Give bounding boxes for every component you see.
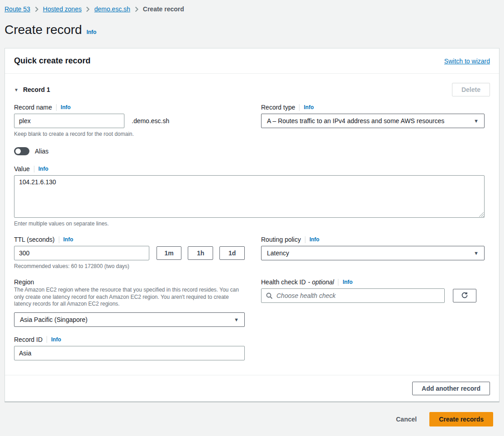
search-icon: [266, 292, 273, 299]
label-divider: [34, 166, 34, 172]
refresh-health-checks-button[interactable]: [453, 289, 476, 302]
caret-down-icon: ▼: [14, 87, 19, 92]
record-name-input[interactable]: [14, 114, 124, 128]
routing-policy-info-link[interactable]: Info: [309, 236, 319, 243]
cancel-button[interactable]: Cancel: [391, 413, 421, 426]
region-label: Region: [14, 278, 34, 286]
record-name-suffix: .demo.esc.sh: [132, 117, 169, 125]
card-footer: Add another record: [5, 375, 499, 402]
label-divider: [305, 236, 305, 243]
ttl-1d-button[interactable]: 1d: [219, 246, 245, 260]
routing-policy-select[interactable]: Latency ▼: [261, 246, 485, 260]
record-1-expander[interactable]: ▼ Record 1: [14, 86, 50, 93]
ttl-label: TTL (seconds): [14, 236, 55, 243]
label-divider: [47, 336, 47, 343]
record-type-label: Record type: [261, 104, 295, 111]
record-type-field: Record type Info A – Routes traffic to a…: [261, 104, 485, 137]
row-region-healthcheck: Region The Amazon EC2 region where the r…: [14, 278, 490, 336]
page: Route 53 Hosted zones demo.esc.sh Create…: [0, 0, 504, 426]
record-type-label-row: Record type Info: [261, 104, 485, 111]
caret-down-icon: ▼: [234, 317, 239, 322]
ttl-input[interactable]: [14, 246, 149, 260]
quick-create-record-card: Quick create record Switch to wizard ▼ R…: [5, 48, 499, 402]
refresh-icon: [461, 292, 468, 300]
card-body: ▼ Record 1 Delete Record name Info .demo…: [5, 74, 499, 375]
ttl-field: TTL (seconds) Info 1m 1h 1d Recommended …: [14, 236, 245, 269]
page-header: Create record Info: [5, 23, 499, 37]
caret-down-icon: ▼: [474, 250, 479, 256]
alias-label: Alias: [35, 148, 48, 155]
breadcrumb-route53[interactable]: Route 53: [5, 5, 30, 13]
health-check-optional: - optional: [308, 278, 334, 286]
label-divider: [338, 279, 338, 286]
ttl-1m-button[interactable]: 1m: [157, 246, 182, 260]
ttl-input-row: 1m 1h 1d: [14, 246, 245, 260]
record-header: ▼ Record 1 Delete: [14, 83, 490, 96]
breadcrumb-hosted-zone-name[interactable]: demo.esc.sh: [94, 5, 130, 13]
page-title-info-link[interactable]: Info: [86, 29, 96, 35]
record-id-info-link[interactable]: Info: [51, 336, 61, 343]
record-name-label-row: Record name Info: [14, 104, 245, 111]
routing-policy-field: Routing policy Info Latency ▼: [261, 236, 485, 269]
routing-policy-selected-value: Latency: [267, 249, 289, 257]
record-name-input-row: .demo.esc.sh: [14, 114, 245, 128]
health-check-label: Health check ID: [261, 278, 306, 286]
health-check-input-row: [261, 288, 485, 303]
delete-record-button[interactable]: Delete: [452, 83, 490, 96]
chevron-right-icon: [35, 6, 38, 12]
label-divider: [56, 104, 57, 111]
switch-to-wizard-link[interactable]: Switch to wizard: [444, 57, 490, 65]
region-description: The Amazon EC2 region where the resource…: [14, 287, 245, 308]
record-name-helper: Keep blank to create a record for the ro…: [14, 131, 245, 137]
record-name-field: Record name Info .demo.esc.sh Keep blank…: [14, 104, 245, 137]
card-header: Quick create record Switch to wizard: [5, 48, 499, 74]
routing-policy-label-row: Routing policy Info: [261, 236, 485, 243]
card-title: Quick create record: [14, 56, 90, 66]
record-name-label: Record name: [14, 104, 52, 111]
health-check-input[interactable]: [276, 289, 440, 302]
record-type-info-link[interactable]: Info: [304, 104, 314, 110]
value-textarea[interactable]: 104.21.6.130: [14, 175, 485, 218]
label-divider: [59, 236, 59, 243]
record-id-label: Record ID: [14, 336, 43, 343]
record-id-field: Record ID Info: [14, 336, 490, 360]
value-info-link[interactable]: Info: [38, 166, 48, 172]
record-name-info-link[interactable]: Info: [61, 104, 71, 110]
breadcrumb-hosted-zones[interactable]: Hosted zones: [43, 5, 82, 13]
alias-row: Alias: [14, 147, 490, 155]
routing-policy-label: Routing policy: [261, 236, 301, 243]
caret-down-icon: ▼: [474, 118, 479, 124]
record-type-selected-value: A – Routes traffic to an IPv4 address an…: [267, 117, 444, 125]
chevron-right-icon: [86, 6, 90, 12]
row-name-type: Record name Info .demo.esc.sh Keep blank…: [14, 104, 490, 146]
ttl-1h-button[interactable]: 1h: [188, 246, 213, 260]
label-divider: [299, 104, 300, 111]
breadcrumb-current: Create record: [143, 5, 184, 13]
region-select[interactable]: Asia Pacific (Singapore) ▼: [14, 312, 245, 327]
value-label: Value: [14, 165, 30, 172]
value-label-row: Value Info: [14, 165, 490, 172]
health-check-field: Health check ID - optional Info: [261, 278, 485, 327]
row-ttl-routing: TTL (seconds) Info 1m 1h 1d Recommended …: [14, 236, 490, 278]
breadcrumb: Route 53 Hosted zones demo.esc.sh Create…: [5, 0, 499, 13]
ttl-helper: Recommended values: 60 to 172800 (two da…: [14, 263, 245, 269]
region-field: Region The Amazon EC2 region where the r…: [14, 278, 245, 327]
page-actions: Cancel Create records: [5, 402, 499, 426]
value-textarea-wrap: 104.21.6.130: [14, 175, 485, 218]
add-another-record-button[interactable]: Add another record: [412, 382, 490, 395]
create-records-button[interactable]: Create records: [429, 412, 493, 426]
record-id-input[interactable]: [14, 346, 245, 360]
page-title: Create record: [5, 23, 82, 37]
record-type-select[interactable]: A – Routes traffic to an IPv4 address an…: [261, 114, 485, 128]
chevron-right-icon: [135, 6, 138, 12]
value-helper: Enter multiple values on separate lines.: [14, 220, 490, 227]
record-1-title: Record 1: [23, 86, 50, 93]
ttl-info-link[interactable]: Info: [63, 236, 73, 243]
ttl-label-row: TTL (seconds) Info: [14, 236, 245, 243]
record-id-label-row: Record ID Info: [14, 336, 490, 343]
alias-toggle[interactable]: [14, 147, 29, 155]
health-check-search[interactable]: [261, 288, 445, 303]
health-check-info-link[interactable]: Info: [342, 279, 352, 285]
region-selected-value: Asia Pacific (Singapore): [20, 316, 87, 323]
health-check-label-row: Health check ID - optional Info: [261, 278, 485, 286]
